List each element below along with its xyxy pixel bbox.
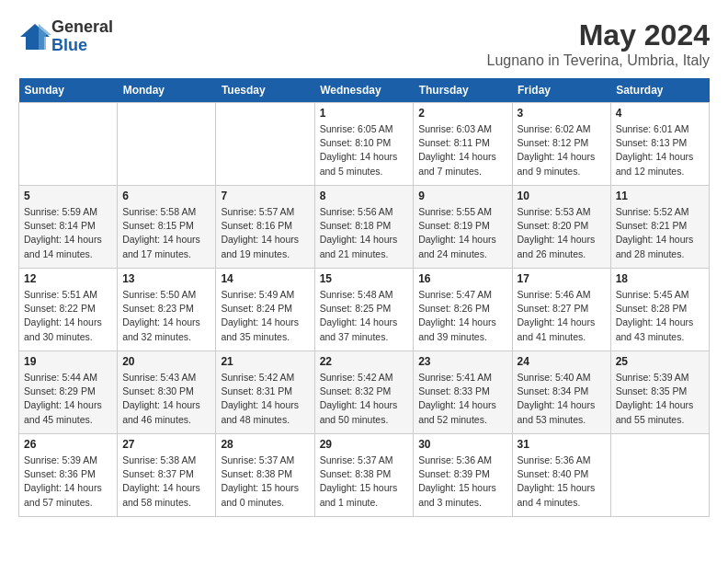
calendar-cell: 9Sunrise: 5:55 AMSunset: 8:19 PMDaylight… <box>414 186 512 269</box>
calendar-cell: 30Sunrise: 5:36 AMSunset: 8:39 PMDayligh… <box>414 434 512 517</box>
location-subtitle: Lugnano in Teverina, Umbria, Italy <box>486 52 710 69</box>
calendar-cell: 3Sunrise: 6:02 AMSunset: 8:12 PMDaylight… <box>512 103 610 186</box>
day-number: 20 <box>122 355 210 368</box>
calendar-cell: 13Sunrise: 5:50 AMSunset: 8:23 PMDayligh… <box>118 269 216 351</box>
weekday-header-thursday: Thursday <box>414 78 512 103</box>
week-row-2: 5Sunrise: 5:59 AMSunset: 8:14 PMDaylight… <box>19 186 710 269</box>
day-number: 4 <box>616 107 704 120</box>
calendar-cell: 31Sunrise: 5:36 AMSunset: 8:40 PMDayligh… <box>512 434 610 517</box>
calendar-cell: 22Sunrise: 5:42 AMSunset: 8:32 PMDayligh… <box>314 351 414 434</box>
calendar-cell: 28Sunrise: 5:37 AMSunset: 8:38 PMDayligh… <box>216 434 314 517</box>
day-info: Sunrise: 6:01 AMSunset: 8:13 PMDaylight:… <box>616 122 704 178</box>
calendar-cell: 12Sunrise: 5:51 AMSunset: 8:22 PMDayligh… <box>19 269 118 351</box>
logo-text: General Blue <box>51 18 113 55</box>
calendar-cell: 5Sunrise: 5:59 AMSunset: 8:14 PMDaylight… <box>19 186 118 269</box>
calendar-cell: 25Sunrise: 5:39 AMSunset: 8:35 PMDayligh… <box>610 351 709 434</box>
calendar-cell: 4Sunrise: 6:01 AMSunset: 8:13 PMDaylight… <box>610 103 709 186</box>
calendar-cell: 17Sunrise: 5:46 AMSunset: 8:27 PMDayligh… <box>512 269 610 351</box>
calendar-cell: 27Sunrise: 5:38 AMSunset: 8:37 PMDayligh… <box>118 434 216 517</box>
weekday-header-sunday: Sunday <box>19 78 118 103</box>
day-number: 7 <box>221 190 309 202</box>
day-number: 24 <box>518 355 606 368</box>
day-info: Sunrise: 5:36 AMSunset: 8:39 PMDaylight:… <box>418 454 506 510</box>
day-number: 22 <box>320 355 409 368</box>
calendar-cell: 7Sunrise: 5:57 AMSunset: 8:16 PMDaylight… <box>216 186 314 269</box>
calendar-cell: 2Sunrise: 6:03 AMSunset: 8:11 PMDaylight… <box>414 103 512 186</box>
month-title: May 2024 <box>486 18 710 52</box>
day-number: 5 <box>24 190 112 202</box>
day-info: Sunrise: 5:50 AMSunset: 8:23 PMDaylight:… <box>122 288 210 344</box>
day-info: Sunrise: 5:52 AMSunset: 8:21 PMDaylight:… <box>616 205 704 261</box>
day-number: 15 <box>320 272 409 285</box>
day-info: Sunrise: 5:45 AMSunset: 8:28 PMDaylight:… <box>616 288 704 344</box>
calendar-cell: 14Sunrise: 5:49 AMSunset: 8:24 PMDayligh… <box>216 269 314 351</box>
day-number: 8 <box>320 190 409 202</box>
calendar-table: SundayMondayTuesdayWednesdayThursdayFrid… <box>18 78 710 517</box>
calendar-cell: 8Sunrise: 5:56 AMSunset: 8:18 PMDaylight… <box>314 186 414 269</box>
weekday-header-tuesday: Tuesday <box>216 78 314 103</box>
day-number: 2 <box>418 107 506 120</box>
day-info: Sunrise: 5:55 AMSunset: 8:19 PMDaylight:… <box>418 205 506 261</box>
day-info: Sunrise: 5:37 AMSunset: 8:38 PMDaylight:… <box>320 454 409 510</box>
day-number: 16 <box>418 272 506 285</box>
day-info: Sunrise: 5:47 AMSunset: 8:26 PMDaylight:… <box>418 288 506 344</box>
day-info: Sunrise: 5:49 AMSunset: 8:24 PMDaylight:… <box>221 288 309 344</box>
day-info: Sunrise: 5:56 AMSunset: 8:18 PMDaylight:… <box>320 205 409 261</box>
day-info: Sunrise: 5:38 AMSunset: 8:37 PMDaylight:… <box>122 454 210 510</box>
day-number: 6 <box>122 190 210 202</box>
week-row-1: 1Sunrise: 6:05 AMSunset: 8:10 PMDaylight… <box>19 103 710 186</box>
day-number: 29 <box>320 438 409 451</box>
day-info: Sunrise: 5:43 AMSunset: 8:30 PMDaylight:… <box>122 371 210 427</box>
calendar-cell: 18Sunrise: 5:45 AMSunset: 8:28 PMDayligh… <box>610 269 709 351</box>
day-info: Sunrise: 5:42 AMSunset: 8:32 PMDaylight:… <box>320 371 409 427</box>
calendar-cell <box>610 434 709 517</box>
day-number: 27 <box>122 438 210 451</box>
day-info: Sunrise: 5:36 AMSunset: 8:40 PMDaylight:… <box>518 454 606 510</box>
day-number: 18 <box>616 272 704 285</box>
calendar-cell <box>118 103 216 186</box>
weekday-header-saturday: Saturday <box>610 78 709 103</box>
day-info: Sunrise: 5:42 AMSunset: 8:31 PMDaylight:… <box>221 371 309 427</box>
day-number: 1 <box>320 107 409 120</box>
calendar-cell: 15Sunrise: 5:48 AMSunset: 8:25 PMDayligh… <box>314 269 414 351</box>
day-number: 26 <box>24 438 112 451</box>
logo: General Blue <box>18 18 113 55</box>
day-info: Sunrise: 5:53 AMSunset: 8:20 PMDaylight:… <box>518 205 606 261</box>
weekday-header-monday: Monday <box>118 78 216 103</box>
calendar-cell: 29Sunrise: 5:37 AMSunset: 8:38 PMDayligh… <box>314 434 414 517</box>
calendar-cell: 16Sunrise: 5:47 AMSunset: 8:26 PMDayligh… <box>414 269 512 351</box>
calendar-cell: 10Sunrise: 5:53 AMSunset: 8:20 PMDayligh… <box>512 186 610 269</box>
day-info: Sunrise: 5:44 AMSunset: 8:29 PMDaylight:… <box>24 371 112 427</box>
calendar-cell: 11Sunrise: 5:52 AMSunset: 8:21 PMDayligh… <box>610 186 709 269</box>
calendar-cell: 1Sunrise: 6:05 AMSunset: 8:10 PMDaylight… <box>314 103 414 186</box>
weekday-header-row: SundayMondayTuesdayWednesdayThursdayFrid… <box>19 78 710 103</box>
day-info: Sunrise: 6:03 AMSunset: 8:11 PMDaylight:… <box>418 122 506 178</box>
day-number: 30 <box>418 438 506 451</box>
day-info: Sunrise: 6:02 AMSunset: 8:12 PMDaylight:… <box>518 122 606 178</box>
day-info: Sunrise: 5:39 AMSunset: 8:35 PMDaylight:… <box>616 371 704 427</box>
logo-general: General <box>51 18 113 37</box>
logo-icon <box>18 20 51 53</box>
day-number: 11 <box>616 190 704 202</box>
day-number: 12 <box>24 272 112 285</box>
week-row-3: 12Sunrise: 5:51 AMSunset: 8:22 PMDayligh… <box>19 269 710 351</box>
day-info: Sunrise: 5:40 AMSunset: 8:34 PMDaylight:… <box>518 371 606 427</box>
day-number: 28 <box>221 438 309 451</box>
calendar-cell: 23Sunrise: 5:41 AMSunset: 8:33 PMDayligh… <box>414 351 512 434</box>
calendar-cell: 26Sunrise: 5:39 AMSunset: 8:36 PMDayligh… <box>19 434 118 517</box>
title-area: May 2024 Lugnano in Teverina, Umbria, It… <box>486 18 710 69</box>
header: General Blue May 2024 Lugnano in Teverin… <box>18 18 710 69</box>
day-info: Sunrise: 5:57 AMSunset: 8:16 PMDaylight:… <box>221 205 309 261</box>
day-number: 14 <box>221 272 309 285</box>
day-number: 23 <box>418 355 506 368</box>
day-number: 3 <box>518 107 606 120</box>
calendar-cell: 21Sunrise: 5:42 AMSunset: 8:31 PMDayligh… <box>216 351 314 434</box>
calendar-cell: 24Sunrise: 5:40 AMSunset: 8:34 PMDayligh… <box>512 351 610 434</box>
day-info: Sunrise: 5:51 AMSunset: 8:22 PMDaylight:… <box>24 288 112 344</box>
week-row-4: 19Sunrise: 5:44 AMSunset: 8:29 PMDayligh… <box>19 351 710 434</box>
day-info: Sunrise: 5:37 AMSunset: 8:38 PMDaylight:… <box>221 454 309 510</box>
day-info: Sunrise: 5:58 AMSunset: 8:15 PMDaylight:… <box>122 205 210 261</box>
calendar-cell: 6Sunrise: 5:58 AMSunset: 8:15 PMDaylight… <box>118 186 216 269</box>
day-info: Sunrise: 6:05 AMSunset: 8:10 PMDaylight:… <box>320 122 409 178</box>
day-number: 19 <box>24 355 112 368</box>
